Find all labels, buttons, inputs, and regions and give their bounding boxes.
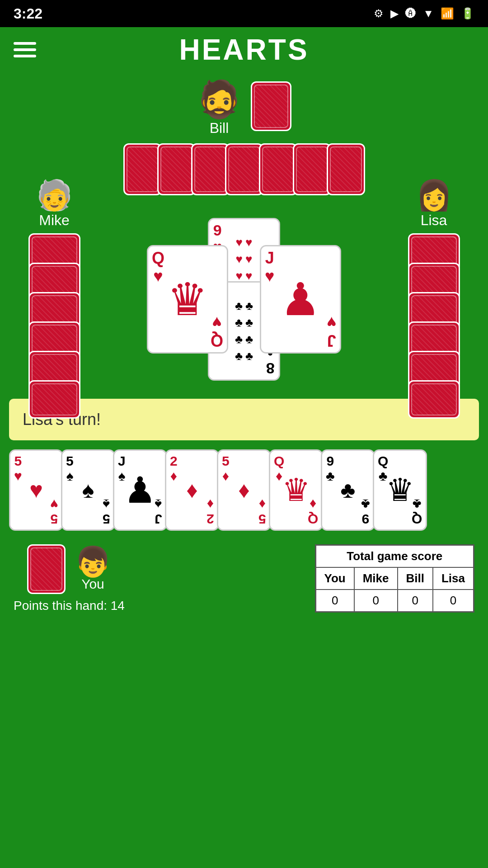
bill-card-3 (191, 143, 230, 195)
bill-card-6 (293, 143, 331, 195)
score-col-bill: Bill (398, 567, 433, 590)
hand-card-2d[interactable]: 2♦ ♦ 2♦ (165, 449, 219, 531)
hand-5d-top: 5♦ (222, 453, 230, 483)
hand-2d-bottom: 2♦ (206, 497, 214, 527)
settings-icon: ⚙ (374, 7, 384, 20)
you-name: You (81, 576, 104, 592)
mike-avatar: 🧓 (36, 180, 73, 210)
you-avatar-area: 👦 You (75, 547, 111, 592)
play-icon: ▶ (390, 7, 399, 20)
played-card-qh: Q♥ ♛ Q♥ (147, 245, 228, 354)
battery-icon: 🔋 (461, 7, 474, 20)
hand-2d-center: ♦ (186, 477, 198, 503)
score-val-mike: 0 (354, 590, 398, 612)
mike-hand (28, 233, 80, 419)
card-qh-center: ♛ (167, 273, 208, 326)
lisa-avatar: 👩 (416, 180, 452, 210)
hand-card-js[interactable]: J♠ ♟ J♠ (113, 449, 167, 531)
score-col-lisa: Lisa (433, 567, 474, 590)
bill-name: Bill (210, 120, 229, 137)
game-title: HEARTS (179, 33, 309, 66)
hand-5h-top: 5♥ (14, 453, 22, 483)
hand-card-qc[interactable]: Q♣ ♛ Q♣ (373, 449, 427, 531)
lisa-card-6 (408, 380, 460, 419)
hand-card-5d[interactable]: 5♦ ♦ 5♦ (217, 449, 271, 531)
score-table-title: Total game score (315, 545, 474, 568)
you-area: 👦 You (27, 544, 111, 594)
card-jh-center: ♟ (280, 273, 321, 326)
card-jh-bottomright: J♥ (327, 314, 336, 349)
bottom-area: 👦 You Points this hand: 14 Total game sc… (0, 535, 488, 622)
right-player-lisa: 👩 Lisa (393, 180, 474, 419)
hand-5s-center: ♠ (82, 477, 94, 503)
status-time: 3:22 (14, 5, 42, 22)
hand-js-bottom: J♠ (155, 497, 162, 527)
left-player-mike: 🧓 Mike (14, 180, 95, 419)
status-icons: ⚙ ▶ 🅐 ▼ 📶 🔋 (374, 7, 474, 20)
played-card-jh: J♥ ♟ J♥ (260, 245, 341, 354)
hand-card-qd[interactable]: Q♦ ♛ Q♦ (269, 449, 323, 531)
bottom-left: 👦 You Points this hand: 14 (14, 544, 125, 613)
hand-card-9c[interactable]: 9♣ ♣ 9♣ (321, 449, 375, 531)
score-col-mike: Mike (354, 567, 398, 590)
top-player-bill: 🧔 Bill (0, 72, 488, 195)
score-val-bill: 0 (398, 590, 433, 612)
hand-2d-top: 2♦ (170, 453, 178, 483)
card-qh-bottomright: Q♥ (211, 314, 223, 349)
status-bar: 3:22 ⚙ ▶ 🅐 ▼ 📶 🔋 (0, 0, 488, 27)
hand-5d-center: ♦ (238, 477, 250, 503)
signal-icon: 📶 (441, 7, 454, 20)
wifi-icon: ▼ (423, 7, 434, 20)
you-card-back (27, 544, 66, 594)
hamburger-line-3 (14, 55, 36, 57)
hand-js-center: ♟ (124, 469, 156, 511)
hand-9c-top: 9♣ (326, 453, 335, 483)
bill-card-2 (157, 143, 196, 195)
lisa-hand (408, 233, 460, 419)
hand-9c-center: ♣ (341, 477, 356, 503)
lisa-name: Lisa (421, 212, 447, 229)
hand-card-5h[interactable]: 5♥ ♥ 5♥ (9, 449, 63, 531)
bill-card-7 (327, 143, 365, 195)
score-val-lisa: 0 (433, 590, 474, 612)
card-8c-center: ♣♣ ♣♣ ♣♣ ♣♣ (235, 299, 253, 363)
hamburger-line-2 (14, 48, 36, 51)
middle-area: 🧓 Mike 9♥ ♥♥ ♥♥ ♥♥ ♥♥ (0, 213, 488, 385)
card-jh-topleft: J♥ (265, 249, 274, 285)
hand-card-5s[interactable]: 5♠ ♠ 5♠ (61, 449, 115, 531)
hand-5d-bottom: 5♦ (258, 497, 266, 527)
mike-card-6 (28, 380, 80, 419)
hand-qd-bottom: Q♦ (308, 497, 318, 527)
bill-avatar: 🧔 (197, 81, 242, 118)
hamburger-menu[interactable] (14, 42, 36, 57)
center-play-area: 9♥ ♥♥ ♥♥ ♥♥ ♥♥ 9♥ Q♥ ♛ Q♥ (142, 218, 346, 381)
score-col-you: You (315, 567, 354, 590)
hand-5s-bottom: 5♠ (103, 497, 110, 527)
hand-5h-center: ♥ (29, 477, 43, 503)
score-area: Total game score You Mike Bill Lisa 0 0 … (134, 544, 474, 613)
hand-9c-bottom: 9♣ (361, 497, 370, 527)
hand-5s-top: 5♠ (66, 453, 74, 483)
score-val-you: 0 (315, 590, 354, 612)
mike-name: Mike (39, 212, 70, 229)
bill-card-1 (123, 143, 162, 195)
card-qh-topleft: Q♥ (152, 249, 164, 285)
bill-hand (123, 143, 365, 195)
hand-qc-bottom: Q♣ (412, 497, 422, 527)
bill-card-4 (225, 143, 263, 195)
a-icon: 🅐 (405, 7, 416, 20)
you-avatar: 👦 (75, 547, 111, 576)
player-hand-area: 5♥ ♥ 5♥ 5♠ ♠ 5♠ J♠ ♟ J♠ 2♦ ♦ 2♦ 5♦ ♦ 5♦ (9, 449, 479, 531)
bill-card-5 (259, 143, 297, 195)
bill-single-card (251, 81, 291, 131)
points-this-hand: Points this hand: 14 (14, 599, 125, 613)
hamburger-line-1 (14, 42, 36, 45)
score-table: Total game score You Mike Bill Lisa 0 0 … (315, 544, 474, 613)
header: HEARTS (0, 27, 488, 72)
bill-info-row: 🧔 Bill (197, 81, 291, 137)
hand-qc-center: ♛ (386, 472, 414, 509)
hand-5h-bottom: 5♥ (50, 497, 58, 527)
hand-qd-center: ♛ (282, 472, 310, 509)
